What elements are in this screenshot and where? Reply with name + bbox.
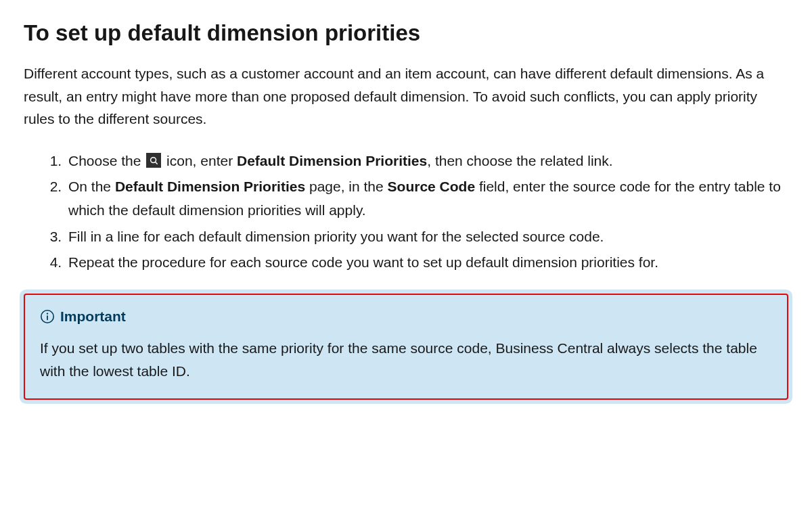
step-3: Fill in a line for each default dimensio… xyxy=(66,225,788,249)
step-1: Choose the icon, enter Default Dimension… xyxy=(66,149,788,173)
alert-header: Important xyxy=(40,308,772,325)
svg-line-1 xyxy=(155,162,157,164)
page-heading: To set up default dimension priorities xyxy=(24,20,788,46)
alert-title: Important xyxy=(60,308,126,325)
step-1-bold: Default Dimension Priorities xyxy=(237,153,427,168)
step-4: Repeat the procedure for each source cod… xyxy=(66,251,788,275)
steps-list: Choose the icon, enter Default Dimension… xyxy=(24,149,788,275)
step-2: On the Default Dimension Priorities page… xyxy=(66,175,788,222)
alert-body: If you set up two tables with the same p… xyxy=(40,337,772,382)
step-1-text-post-icon: icon, enter xyxy=(162,153,237,168)
step-1-text-pre: Choose the xyxy=(68,153,145,168)
step-2-mid: page, in the xyxy=(305,179,387,194)
step-2-bold2: Source Code xyxy=(388,179,476,194)
svg-point-0 xyxy=(150,157,156,162)
svg-point-3 xyxy=(47,313,48,314)
search-icon xyxy=(146,153,161,168)
step-2-pre: On the xyxy=(68,179,115,194)
info-icon xyxy=(40,309,55,324)
intro-paragraph: Different account types, such as a custo… xyxy=(24,62,788,131)
step-2-bold1: Default Dimension Priorities xyxy=(115,179,305,194)
step-1-tail: , then choose the related link. xyxy=(427,153,612,168)
svg-rect-4 xyxy=(47,315,48,320)
important-alert: Important If you set up two tables with … xyxy=(24,294,788,400)
